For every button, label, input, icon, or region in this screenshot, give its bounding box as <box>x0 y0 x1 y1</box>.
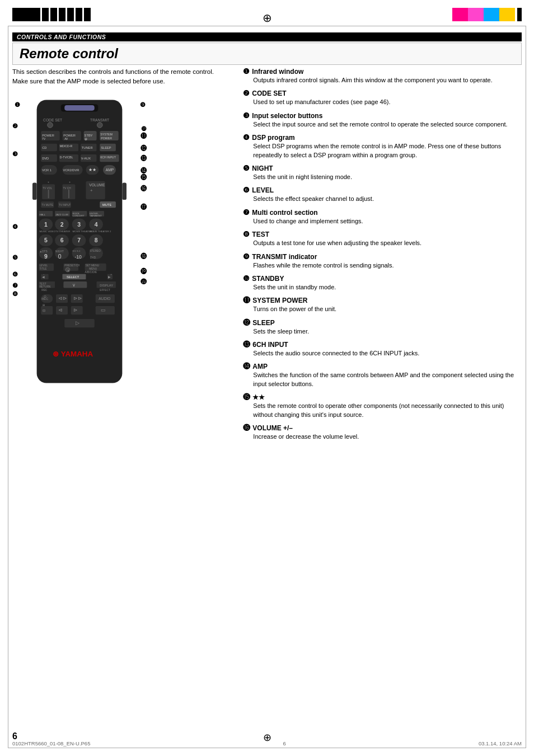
footer: 0102HTR5660_01-08_EN-U.P65 6 03.1.14, 10… <box>12 740 522 746</box>
feature-title-7: Multi control section <box>252 209 317 217</box>
callout-7: ❼ <box>12 282 18 289</box>
svg-text:SELECT: SELECT <box>67 275 79 279</box>
svg-text:V-AUX: V-AUX <box>81 157 91 160</box>
svg-text:TITLE: TITLE <box>39 267 46 270</box>
feature-desc-2: Used to set up manufacturer codes (see p… <box>253 98 522 106</box>
feature-number-9: ❾ <box>243 252 250 261</box>
svg-text:TAINMENT: TAINMENT <box>90 214 102 217</box>
feature-number-11: ⓫ <box>243 296 250 304</box>
svg-text:TV INPUT: TV INPUT <box>59 204 71 206</box>
svg-text:∧: ∧ <box>67 269 69 271</box>
svg-text:▭: ▭ <box>101 307 106 313</box>
svg-text:⊟: ⊟ <box>43 309 45 312</box>
svg-text:0: 0 <box>58 253 62 260</box>
feature-title-15: ★★ <box>252 393 265 401</box>
feature-item-13: ⓭6CH INPUTSelects the audio source conne… <box>243 340 522 358</box>
feature-item-11: ⓫SYSTEM POWERTurns on the power of the u… <box>243 296 522 313</box>
svg-text:POWER: POWER <box>101 137 112 140</box>
section-header: CONTROLS AND FUNCTIONS <box>12 32 522 41</box>
features-list: ❶Infrared windowOutputs infrared control… <box>243 67 522 441</box>
feature-desc-7: Used to change and implement settings. <box>253 217 522 226</box>
svg-text:JAZZ CLUB: JAZZ CLUB <box>55 213 68 215</box>
svg-text:CONCERT: CONCERT <box>73 214 85 217</box>
footer-right: 03.1.14, 10:24 AM <box>479 740 522 746</box>
svg-rect-96 <box>55 247 69 259</box>
svg-text:EFFECT: EFFECT <box>100 289 110 292</box>
feature-item-16: ⓰VOLUME +/–Increase or decrease the volu… <box>243 424 522 441</box>
footer-left: 0102HTR5660_01-08_EN-U.P65 <box>12 740 90 746</box>
svg-text:SYSTEM: SYSTEM <box>100 132 113 135</box>
feature-desc-14: Switches the function of the same contro… <box>253 371 522 388</box>
page-border-right <box>526 26 526 748</box>
svg-text:REC: REC <box>41 289 48 292</box>
svg-rect-56 <box>122 182 127 200</box>
callout-13: ⓭ <box>140 155 147 162</box>
main-content: This section describes the controls and … <box>12 67 522 731</box>
svg-text:HALL: HALL <box>39 213 45 215</box>
svg-text:TV CH: TV CH <box>63 186 71 189</box>
feature-number-14: ⓮ <box>243 362 250 370</box>
svg-text:CODE SET: CODE SET <box>43 118 62 121</box>
svg-text:TUNER: TUNER <box>82 146 93 149</box>
top-black-bars-left <box>12 8 91 21</box>
svg-text:STEREO: STEREO <box>90 249 101 252</box>
feature-title-6: LEVEL <box>252 186 274 194</box>
svg-text:DVD: DVD <box>42 157 49 160</box>
feature-title-16: VOLUME +/– <box>252 424 293 432</box>
page-title: Remote control <box>20 46 514 62</box>
remote-illustration: CODE SET TRANSMIT POWER TV POWER AV STBY… <box>12 95 147 394</box>
svg-text:POWER: POWER <box>63 134 76 137</box>
feature-number-16: ⓰ <box>243 424 250 432</box>
svg-text:+: + <box>90 187 93 192</box>
feature-item-10: ❿STANDBYSets the unit in standby mode. <box>243 274 522 292</box>
feature-number-5: ❺ <box>243 164 250 172</box>
svg-text:★★: ★★ <box>88 167 96 172</box>
svg-text:⊳: ⊳ <box>73 307 78 313</box>
page-border-bottom <box>8 748 526 748</box>
feature-item-15: ⓯★★Sets the remote control to operate ot… <box>243 393 522 419</box>
feature-number-2: ❷ <box>243 89 250 97</box>
feature-number-6: ❻ <box>243 186 250 194</box>
feature-title-12: SLEEP <box>252 319 274 327</box>
svg-text:▶: ▶ <box>108 275 111 279</box>
feature-desc-12: Sets the sleep timer. <box>253 327 522 336</box>
svg-rect-2 <box>64 105 94 111</box>
feature-desc-1: Outputs infrared control signals. Aim th… <box>253 76 522 84</box>
svg-text:MUSIC VIDEO: MUSIC VIDEO <box>39 230 55 233</box>
feature-item-3: ❸Input selector buttonsSelect the input … <box>243 111 522 129</box>
svg-text:7: 7 <box>77 237 81 243</box>
svg-text:DISPLAY: DISPLAY <box>100 283 113 287</box>
svg-text:VOLUME: VOLUME <box>89 183 105 187</box>
page-border-top <box>8 26 526 26</box>
feature-desc-9: Flashes while the remote control is send… <box>253 261 522 270</box>
feature-item-12: ⓬SLEEPSets the sleep timer. <box>243 318 522 336</box>
svg-text:VCR2/DVR: VCR2/DVR <box>63 168 79 172</box>
callout-12: ⓬ <box>140 145 147 152</box>
feature-item-14: ⓮AMPSwitches the function of the same co… <box>243 362 522 388</box>
svg-text:RETURN: RETURN <box>39 285 50 288</box>
svg-text:DVD: DVD <box>90 256 96 259</box>
feature-number-13: ⓭ <box>243 340 250 349</box>
svg-text:▷: ▷ <box>76 320 79 326</box>
feature-number-12: ⓬ <box>243 318 250 327</box>
svg-text:AUDIO: AUDIO <box>99 296 110 300</box>
svg-text:1: 1 <box>44 221 48 227</box>
svg-text:4: 4 <box>95 221 98 227</box>
callout-20: ⓴ <box>140 278 147 285</box>
feature-title-14: AMP <box>252 363 268 370</box>
svg-text:⏻: ⏻ <box>85 138 87 140</box>
feature-title-1: Infrared window <box>252 68 303 76</box>
svg-text:9: 9 <box>44 253 48 260</box>
svg-text:⊳⊳: ⊳⊳ <box>73 295 82 301</box>
feature-desc-16: Increase or decrease the volume level. <box>253 433 522 441</box>
feature-title-11: SYSTEM POWER <box>252 297 307 304</box>
svg-text:⊛ YAMAHA: ⊛ YAMAHA <box>53 349 93 358</box>
callout-17: ⓱ <box>140 204 147 210</box>
callout-19: ⓳ <box>140 268 147 275</box>
svg-text:−: − <box>43 273 45 275</box>
svg-text:TV VOL: TV VOL <box>43 186 52 189</box>
svg-text:AMP: AMP <box>106 168 114 172</box>
callout-3: ❸ <box>12 151 18 158</box>
svg-text:SLEEP: SLEEP <box>101 146 111 149</box>
feature-item-4: ❹DSP programSelect DSP programs when the… <box>243 133 522 159</box>
